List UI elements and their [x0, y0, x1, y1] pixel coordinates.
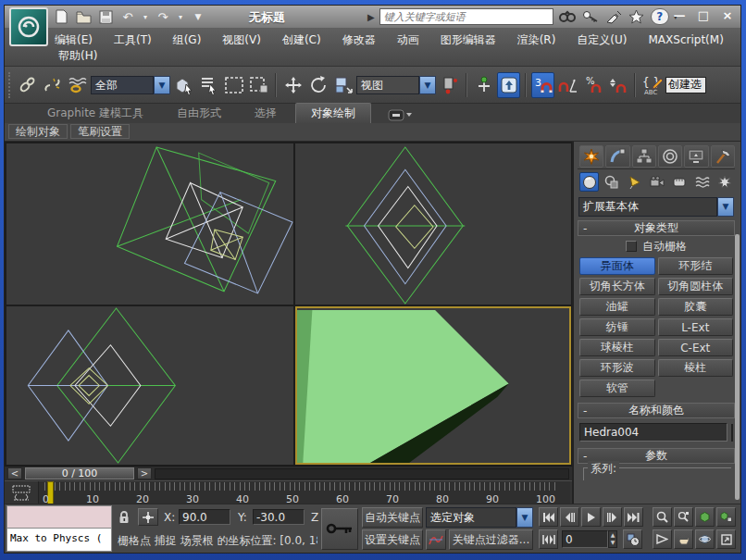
- y-coordinate-field[interactable]: [253, 509, 305, 525]
- viewport-top-right[interactable]: [295, 143, 571, 305]
- viewport-bottom-left[interactable]: [6, 306, 293, 465]
- select-by-name-icon[interactable]: [197, 72, 220, 98]
- frame-number-field[interactable]: [562, 530, 608, 548]
- object-type-button-hedra[interactable]: 异面体: [579, 257, 655, 275]
- save-file-icon[interactable]: [97, 8, 114, 25]
- selection-lock-icon[interactable]: [118, 510, 131, 525]
- maxscript-mini-listener[interactable]: Max to Physcs (: [6, 505, 112, 552]
- percent-snap-icon[interactable]: %: [581, 72, 604, 98]
- object-type-button-ringwave[interactable]: 环形波: [579, 359, 655, 377]
- communication-center-icon[interactable]: [604, 8, 623, 25]
- maximize-button[interactable]: □: [696, 8, 711, 22]
- time-slider-handle[interactable]: 0 / 100: [25, 467, 134, 479]
- use-pivot-point-center-icon[interactable]: [438, 72, 461, 98]
- key-filters-button[interactable]: 关键点过滤器...: [449, 529, 533, 550]
- new-file-icon[interactable]: [53, 8, 69, 25]
- play-animation-icon[interactable]: [581, 507, 601, 527]
- toolbar-options-icon[interactable]: ▼: [190, 8, 206, 25]
- mini-curve-editor-icon[interactable]: [5, 481, 38, 505]
- auto-key-button[interactable]: 自动关键点: [362, 507, 423, 528]
- select-and-rotate-icon[interactable]: [306, 72, 329, 98]
- field-of-view-icon[interactable]: [653, 529, 672, 549]
- zoom-extents-icon[interactable]: [695, 507, 715, 527]
- open-file-icon[interactable]: [75, 8, 92, 25]
- modify-tab-icon[interactable]: [605, 145, 629, 168]
- ribbon-tab-object-paint[interactable]: 对象绘制: [295, 103, 371, 123]
- toolbar-grip[interactable]: [8, 72, 12, 98]
- set-keys-icon[interactable]: [321, 508, 358, 550]
- object-color-swatch[interactable]: [731, 424, 733, 442]
- go-to-end-icon[interactable]: [624, 507, 643, 527]
- systems-category-icon[interactable]: [715, 172, 735, 192]
- subtab-brush-settings[interactable]: 笔刷设置: [70, 124, 130, 139]
- previous-frame-icon[interactable]: [560, 507, 579, 527]
- undo-dropdown-icon[interactable]: ▾: [142, 8, 149, 25]
- named-selection-combo[interactable]: [665, 77, 706, 93]
- shapes-category-icon[interactable]: [602, 172, 621, 192]
- motion-tab-icon[interactable]: [658, 145, 682, 168]
- object-type-button-prism[interactable]: 棱柱: [658, 359, 734, 377]
- time-slider-next-button[interactable]: >: [137, 467, 152, 479]
- frame-spinner[interactable]: ▲▼: [608, 530, 617, 548]
- utilities-tab-icon[interactable]: [711, 145, 735, 168]
- next-frame-icon[interactable]: [603, 507, 622, 527]
- hierarchy-tab-icon[interactable]: [632, 145, 656, 168]
- orbit-icon[interactable]: [695, 529, 715, 549]
- cameras-category-icon[interactable]: [647, 172, 666, 192]
- window-crossing-icon[interactable]: [247, 72, 270, 98]
- close-button[interactable]: ×: [720, 8, 735, 22]
- menu-graph-editors[interactable]: 图形编辑器: [441, 32, 496, 48]
- search-expand-icon[interactable]: ▶: [367, 12, 375, 22]
- menu-edit[interactable]: 编辑(E): [55, 32, 93, 48]
- object-type-button-chamferbox[interactable]: 切角长方体: [579, 278, 655, 295]
- track-bar-ruler[interactable]: 0 10 20 30 40 50 60 70 80 90 100: [38, 481, 570, 505]
- listener-macro-pane[interactable]: [6, 505, 112, 529]
- name-color-rollout-header[interactable]: - 名称和颜色: [578, 403, 735, 418]
- application-menu-button[interactable]: [9, 7, 48, 46]
- helpers-category-icon[interactable]: [670, 172, 690, 192]
- keyboard-override-icon[interactable]: [497, 72, 520, 98]
- subtab-paint-objects[interactable]: 绘制对象: [8, 124, 68, 139]
- ribbon-minimize-icon[interactable]: [388, 109, 412, 121]
- object-type-button-oiltank[interactable]: 油罐: [579, 298, 655, 316]
- menu-group[interactable]: 组(G): [173, 32, 202, 48]
- select-and-scale-icon[interactable]: [331, 72, 354, 98]
- key-mode-toggle-icon[interactable]: [539, 529, 558, 549]
- menu-create[interactable]: 创建(C): [282, 32, 321, 48]
- snap-toggle-3d-icon[interactable]: 33: [531, 72, 554, 98]
- object-type-button-capsule[interactable]: 胶囊: [658, 298, 734, 316]
- redo-icon[interactable]: ↷: [155, 8, 171, 25]
- search-input[interactable]: [379, 8, 553, 25]
- menu-maxscript[interactable]: MAXScript(M): [649, 33, 724, 46]
- object-type-button-l-ext[interactable]: L-Ext: [658, 318, 734, 336]
- display-tab-icon[interactable]: [684, 145, 708, 168]
- rectangular-selection-region-icon[interactable]: [222, 72, 245, 98]
- zoom-all-icon[interactable]: [674, 507, 693, 527]
- reference-coordinate-select[interactable]: 视图 ▼: [356, 76, 436, 94]
- select-and-move-icon[interactable]: [281, 72, 305, 98]
- pan-hand-icon[interactable]: [674, 529, 693, 549]
- selection-filter-select[interactable]: 全部 ▼: [91, 76, 170, 94]
- time-configuration-icon[interactable]: [623, 529, 642, 549]
- panel-scrollbar[interactable]: [735, 234, 740, 500]
- edit-named-selection-sets-icon[interactable]: { }ABC: [640, 72, 664, 98]
- menu-customize[interactable]: 自定义(U): [577, 32, 627, 48]
- spinner-snap-icon[interactable]: [606, 72, 629, 98]
- absolute-mode-transform-icon[interactable]: [138, 508, 158, 526]
- ribbon-tab-selection[interactable]: 选择: [240, 104, 292, 123]
- menu-tools[interactable]: 工具(T): [114, 32, 152, 48]
- lights-category-icon[interactable]: [625, 172, 644, 192]
- x-coordinate-field[interactable]: [179, 509, 230, 525]
- maximize-viewport-toggle-icon[interactable]: [716, 529, 736, 549]
- menu-help[interactable]: 帮助(H): [58, 48, 97, 64]
- menu-views[interactable]: 视图(V): [222, 32, 261, 48]
- object-type-button-hose[interactable]: 软管: [579, 380, 655, 397]
- object-type-button-chamfercyl[interactable]: 切角圆柱体: [658, 278, 734, 295]
- create-tab-icon[interactable]: [579, 145, 603, 168]
- viewport-top-left[interactable]: [6, 143, 293, 305]
- go-to-start-icon[interactable]: [539, 507, 558, 527]
- favorites-star-icon[interactable]: [628, 8, 646, 25]
- unlink-selection-icon[interactable]: [41, 72, 64, 98]
- select-object-icon[interactable]: [172, 72, 195, 98]
- angle-snap-icon[interactable]: [556, 72, 579, 98]
